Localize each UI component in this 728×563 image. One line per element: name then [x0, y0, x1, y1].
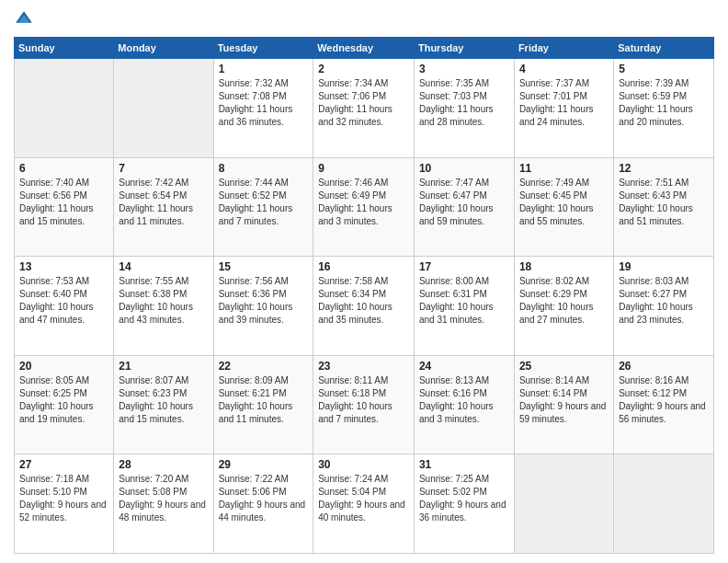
cell-info: Sunrise: 7:49 AMSunset: 6:45 PMDaylight:… [519, 177, 609, 228]
logo [14, 9, 40, 29]
calendar-cell: 18Sunrise: 8:02 AMSunset: 6:29 PMDayligh… [514, 257, 613, 356]
cell-day-number: 4 [519, 63, 609, 75]
cell-day-number: 29 [219, 458, 309, 471]
calendar-cell: 21Sunrise: 8:07 AMSunset: 6:23 PMDayligh… [114, 355, 213, 454]
cell-info: Sunrise: 8:11 AMSunset: 6:18 PMDaylight:… [318, 374, 409, 426]
cell-info: Sunrise: 7:20 AMSunset: 5:08 PMDaylight:… [119, 473, 208, 524]
calendar-body: 1Sunrise: 7:32 AMSunset: 7:08 PMDaylight… [15, 59, 714, 554]
cell-info: Sunrise: 7:46 AMSunset: 6:49 PMDaylight:… [318, 177, 409, 228]
cell-info: Sunrise: 7:58 AMSunset: 6:34 PMDaylight:… [318, 275, 409, 327]
cell-info: Sunrise: 7:39 AMSunset: 6:59 PMDaylight:… [619, 77, 709, 129]
cell-info: Sunrise: 8:05 AMSunset: 6:25 PMDaylight:… [19, 374, 108, 426]
cell-day-number: 1 [219, 63, 309, 75]
cell-info: Sunrise: 7:18 AMSunset: 5:10 PMDaylight:… [19, 473, 108, 524]
calendar-cell [15, 59, 114, 158]
cell-info: Sunrise: 7:32 AMSunset: 7:08 PMDaylight:… [219, 77, 309, 129]
cell-info: Sunrise: 8:02 AMSunset: 6:29 PMDaylight:… [519, 275, 609, 327]
cell-info: Sunrise: 7:34 AMSunset: 7:06 PMDaylight:… [318, 77, 409, 129]
weekday-header-tuesday: Tuesday [213, 38, 313, 59]
cell-day-number: 9 [318, 162, 409, 175]
cell-info: Sunrise: 8:14 AMSunset: 6:14 PMDaylight:… [519, 374, 609, 426]
cell-info: Sunrise: 8:09 AMSunset: 6:21 PMDaylight:… [219, 374, 309, 426]
cell-day-number: 5 [619, 63, 709, 75]
calendar-cell: 30Sunrise: 7:24 AMSunset: 5:04 PMDayligh… [313, 454, 415, 554]
calendar-cell: 6Sunrise: 7:40 AMSunset: 6:56 PMDaylight… [15, 157, 114, 257]
calendar-cell [114, 59, 213, 158]
calendar-cell: 23Sunrise: 8:11 AMSunset: 6:18 PMDayligh… [313, 355, 415, 454]
calendar-cell: 4Sunrise: 7:37 AMSunset: 7:01 PMDaylight… [514, 59, 613, 158]
cell-day-number: 26 [619, 360, 709, 373]
calendar-cell: 29Sunrise: 7:22 AMSunset: 5:06 PMDayligh… [213, 454, 313, 554]
weekday-header-saturday: Saturday [614, 38, 714, 59]
cell-day-number: 12 [619, 162, 709, 175]
cell-day-number: 22 [219, 360, 309, 373]
cell-day-number: 7 [119, 162, 208, 175]
calendar-cell: 9Sunrise: 7:46 AMSunset: 6:49 PMDaylight… [313, 157, 415, 257]
calendar-cell: 14Sunrise: 7:55 AMSunset: 6:38 PMDayligh… [114, 257, 213, 356]
calendar-week-4: 20Sunrise: 8:05 AMSunset: 6:25 PMDayligh… [15, 355, 714, 454]
calendar-cell: 28Sunrise: 7:20 AMSunset: 5:08 PMDayligh… [114, 454, 213, 554]
cell-info: Sunrise: 8:00 AMSunset: 6:31 PMDaylight:… [419, 275, 509, 327]
cell-info: Sunrise: 7:47 AMSunset: 6:47 PMDaylight:… [419, 177, 509, 228]
cell-day-number: 27 [19, 458, 108, 471]
cell-day-number: 16 [318, 260, 409, 273]
cell-info: Sunrise: 7:40 AMSunset: 6:56 PMDaylight:… [19, 177, 108, 228]
calendar-week-3: 13Sunrise: 7:53 AMSunset: 6:40 PMDayligh… [15, 257, 714, 356]
calendar-cell [514, 454, 613, 554]
cell-info: Sunrise: 7:42 AMSunset: 6:54 PMDaylight:… [119, 177, 208, 228]
cell-info: Sunrise: 7:56 AMSunset: 6:36 PMDaylight:… [219, 275, 309, 327]
calendar-cell: 26Sunrise: 8:16 AMSunset: 6:12 PMDayligh… [614, 355, 714, 454]
cell-day-number: 25 [519, 360, 609, 373]
calendar-cell: 11Sunrise: 7:49 AMSunset: 6:45 PMDayligh… [514, 157, 613, 257]
cell-day-number: 8 [219, 162, 309, 175]
calendar-cell: 12Sunrise: 7:51 AMSunset: 6:43 PMDayligh… [614, 157, 714, 257]
calendar-cell: 22Sunrise: 8:09 AMSunset: 6:21 PMDayligh… [213, 355, 313, 454]
cell-info: Sunrise: 7:51 AMSunset: 6:43 PMDaylight:… [619, 177, 709, 228]
cell-day-number: 28 [119, 458, 208, 471]
cell-day-number: 14 [119, 260, 208, 273]
calendar-cell: 16Sunrise: 7:58 AMSunset: 6:34 PMDayligh… [313, 257, 415, 356]
logo-icon [14, 9, 34, 29]
cell-info: Sunrise: 8:03 AMSunset: 6:27 PMDaylight:… [619, 275, 709, 327]
cell-info: Sunrise: 7:35 AMSunset: 7:03 PMDaylight:… [419, 77, 509, 129]
calendar-cell: 19Sunrise: 8:03 AMSunset: 6:27 PMDayligh… [614, 257, 714, 356]
cell-day-number: 23 [318, 360, 409, 373]
calendar-cell: 31Sunrise: 7:25 AMSunset: 5:02 PMDayligh… [414, 454, 514, 554]
calendar-cell: 7Sunrise: 7:42 AMSunset: 6:54 PMDaylight… [114, 157, 213, 257]
cell-info: Sunrise: 8:16 AMSunset: 6:12 PMDaylight:… [619, 374, 709, 426]
calendar-cell: 2Sunrise: 7:34 AMSunset: 7:06 PMDaylight… [313, 59, 415, 158]
calendar-cell: 24Sunrise: 8:13 AMSunset: 6:16 PMDayligh… [414, 355, 514, 454]
cell-info: Sunrise: 7:44 AMSunset: 6:52 PMDaylight:… [219, 177, 309, 228]
calendar-cell: 27Sunrise: 7:18 AMSunset: 5:10 PMDayligh… [15, 454, 114, 554]
cell-info: Sunrise: 7:24 AMSunset: 5:04 PMDaylight:… [318, 473, 409, 524]
cell-day-number: 21 [119, 360, 208, 373]
calendar-week-5: 27Sunrise: 7:18 AMSunset: 5:10 PMDayligh… [15, 454, 714, 554]
cell-info: Sunrise: 8:07 AMSunset: 6:23 PMDaylight:… [119, 374, 208, 426]
weekday-header-friday: Friday [514, 38, 613, 59]
calendar-cell: 13Sunrise: 7:53 AMSunset: 6:40 PMDayligh… [15, 257, 114, 356]
cell-day-number: 17 [419, 260, 509, 273]
cell-day-number: 19 [619, 260, 709, 273]
cell-info: Sunrise: 8:13 AMSunset: 6:16 PMDaylight:… [419, 374, 509, 426]
cell-day-number: 31 [419, 458, 509, 471]
cell-day-number: 3 [419, 63, 509, 75]
calendar-cell: 1Sunrise: 7:32 AMSunset: 7:08 PMDaylight… [213, 59, 313, 158]
calendar-cell: 10Sunrise: 7:47 AMSunset: 6:47 PMDayligh… [414, 157, 514, 257]
cell-day-number: 10 [419, 162, 509, 175]
cell-day-number: 15 [219, 260, 309, 273]
cell-day-number: 2 [318, 63, 409, 75]
cell-day-number: 13 [19, 260, 108, 273]
page: SundayMondayTuesdayWednesdayThursdayFrid… [0, 0, 728, 563]
calendar-cell: 8Sunrise: 7:44 AMSunset: 6:52 PMDaylight… [213, 157, 313, 257]
cell-info: Sunrise: 7:22 AMSunset: 5:06 PMDaylight:… [219, 473, 309, 524]
cell-day-number: 24 [419, 360, 509, 373]
cell-info: Sunrise: 7:25 AMSunset: 5:02 PMDaylight:… [419, 473, 509, 524]
calendar-cell: 20Sunrise: 8:05 AMSunset: 6:25 PMDayligh… [15, 355, 114, 454]
header [14, 9, 714, 29]
weekday-header-sunday: Sunday [15, 38, 114, 59]
calendar-cell: 17Sunrise: 8:00 AMSunset: 6:31 PMDayligh… [414, 257, 514, 356]
weekday-header-thursday: Thursday [414, 38, 514, 59]
cell-day-number: 18 [519, 260, 609, 273]
calendar-header: SundayMondayTuesdayWednesdayThursdayFrid… [15, 38, 714, 59]
calendar-cell: 15Sunrise: 7:56 AMSunset: 6:36 PMDayligh… [213, 257, 313, 356]
